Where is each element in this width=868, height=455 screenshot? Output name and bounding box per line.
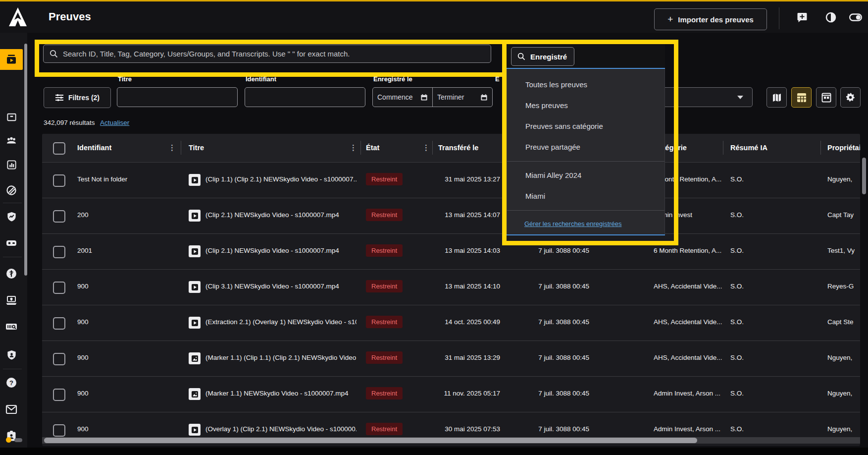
row-checkbox[interactable] <box>53 282 65 294</box>
titre-filter-input[interactable] <box>117 87 238 107</box>
feedback-icon[interactable] <box>796 11 809 23</box>
row-checkbox[interactable] <box>53 174 65 187</box>
cell-date-secondary: 7 juil. 3088 00:45 <box>515 425 589 433</box>
map-view-button[interactable] <box>766 87 787 108</box>
calendar-icon <box>480 94 488 101</box>
sidebar-item-analytics[interactable] <box>0 154 23 175</box>
evidence-table: Identifiant ⋮ Titre ⋮ État ⋮ Transféré l… <box>42 134 860 446</box>
cell-transfere-le: 13 mai 2025 14:07 <box>433 211 500 219</box>
select-all-checkbox[interactable] <box>53 142 65 155</box>
sidebar-item-messages[interactable] <box>0 399 23 420</box>
theme-toggle[interactable] <box>849 11 862 23</box>
card-view-button[interactable] <box>816 87 836 108</box>
identifiant-filter-input[interactable] <box>245 87 365 107</box>
saved-search-menu-item[interactable]: Preuve partagée <box>507 136 664 157</box>
video-thumbnail-icon[interactable] <box>189 317 201 329</box>
video-thumbnail-icon[interactable] <box>189 424 201 436</box>
table-view-button[interactable] <box>791 87 812 108</box>
filters-button[interactable]: Filtres (2) <box>44 87 111 108</box>
cell-titre[interactable]: (Clip 2.1) NEWSkydio Video - s1000007.mp… <box>205 247 357 254</box>
cell-titre[interactable]: (Overlay 1) (Clip 2.1) NEWSkydio Video -… <box>205 425 357 433</box>
row-checkbox[interactable] <box>53 317 65 330</box>
video-thumbnail-icon[interactable] <box>189 174 201 186</box>
cell-identifiant: Test Not in folder <box>77 175 127 183</box>
sidebar-item-admin[interactable] <box>0 449 23 455</box>
cell-resume-ia: S.O. <box>730 425 744 433</box>
sidebar-item-guardian[interactable] <box>0 344 23 365</box>
saved-search-menu-item[interactable]: Miami <box>507 185 664 206</box>
video-thumbnail-icon[interactable] <box>189 245 201 257</box>
header-titre[interactable]: Titre <box>189 144 204 152</box>
saved-search-button[interactable]: Enregistré <box>511 47 574 66</box>
sidebar-item-help[interactable]: ? <box>0 372 23 393</box>
saved-search-menu-item[interactable]: Preuves sans catégorie <box>507 115 664 136</box>
vertical-scrollbar-thumb[interactable] <box>862 158 866 194</box>
sidebar-item-users[interactable] <box>0 130 23 151</box>
row-checkbox[interactable] <box>53 210 65 223</box>
video-thumbnail-icon[interactable] <box>189 210 201 222</box>
results-count: 342,097 résultats <box>44 119 95 126</box>
horizontal-scrollbar-thumb[interactable] <box>44 438 697 443</box>
enregistre-le-filter-label: Enregistré le <box>373 75 412 83</box>
column-menu-icon[interactable]: ⋮ <box>422 143 430 152</box>
import-evidence-button[interactable]: + Importer des preuves <box>654 8 767 30</box>
image-thumbnail-icon[interactable] <box>189 388 201 400</box>
sidebar-item-evidence[interactable] <box>0 49 23 70</box>
axon-logo-icon[interactable] <box>8 6 28 28</box>
saved-search-menu-item[interactable]: Miami Alley 2024 <box>507 165 664 185</box>
sidebar-item-cases[interactable] <box>0 107 23 127</box>
video-thumbnail-icon[interactable] <box>189 281 201 293</box>
column-divider <box>432 141 433 155</box>
gear-icon <box>845 92 856 103</box>
cell-identifiant: 2001 <box>77 247 92 254</box>
cell-identifiant: 900 <box>77 318 89 326</box>
sidebar-item-performance[interactable] <box>0 206 23 227</box>
start-date-input[interactable]: Commence <box>373 88 433 107</box>
sidebar-item-personnel[interactable] <box>0 426 23 447</box>
sidebar-item-barcode-search[interactable] <box>0 316 23 337</box>
cell-proprietaire: Test1, Vy <box>827 247 860 254</box>
manage-saved-searches-link[interactable]: Gérer les recherches enregistrées <box>524 220 622 228</box>
cell-resume-ia: S.O. <box>730 175 744 183</box>
column-menu-icon[interactable]: ⋮ <box>168 143 176 152</box>
cell-categorie: AHS, Accidental Vide... <box>654 318 728 326</box>
cell-titre[interactable]: (Marker 1.1) (Clip 1.1) (Clip 2.1) NEWSk… <box>205 354 357 361</box>
row-checkbox[interactable] <box>53 389 65 401</box>
cell-titre[interactable]: (Extraction 2.1) (Overlay 1) NEWSkydio V… <box>205 318 357 326</box>
table-row: 2001(Clip 2.1) NEWSkydio Video - s100000… <box>42 233 860 269</box>
header-resume-ia[interactable]: Résumé IA <box>730 144 767 152</box>
column-menu-icon[interactable]: ⋮ <box>350 143 357 152</box>
row-checkbox[interactable] <box>53 246 65 258</box>
sidebar-item-signal[interactable] <box>0 263 23 284</box>
search-input[interactable]: Search ID, Title, Tag, Category, Users/G… <box>43 45 491 63</box>
settings-button[interactable] <box>840 87 861 108</box>
cell-titre[interactable]: (Clip 3.1) NEWSkydio Video - s1000007.mp… <box>205 283 357 290</box>
image-thumbnail-icon[interactable] <box>189 352 201 364</box>
contrast-icon[interactable] <box>824 11 837 23</box>
header-identifiant[interactable]: Identifiant <box>77 144 111 152</box>
saved-search-menu-item[interactable]: Mes preuves <box>507 95 664 115</box>
row-checkbox[interactable] <box>53 424 65 437</box>
cell-proprietaire: Nguyen, <box>827 175 860 183</box>
refresh-link[interactable]: Actualiser <box>100 119 129 126</box>
cell-identifiant: 200 <box>77 211 89 219</box>
chevron-down-icon <box>737 96 743 99</box>
header-transfere-le[interactable]: Transféré le <box>438 144 478 152</box>
header-proprietaire[interactable]: Propriétaire <box>827 144 860 152</box>
cell-titre[interactable]: (Clip 2.1) NEWSkydio Video - s1000007.mp… <box>205 211 357 219</box>
dropdown-accent-line <box>507 234 665 235</box>
cell-titre[interactable]: (Clip 1.1) (Clip 2.1) NEWSkydio Video - … <box>205 175 357 183</box>
end-date-input[interactable]: Terminer <box>433 88 492 107</box>
header-etat[interactable]: État <box>366 144 379 152</box>
status-badge: Restreint <box>366 209 403 221</box>
column-divider <box>820 141 821 155</box>
sidebar-page-dots[interactable] <box>6 437 22 443</box>
sidebar-item-laptop-location[interactable] <box>0 290 23 311</box>
sidebar-item-redaction[interactable] <box>0 180 23 201</box>
card-view-icon <box>821 93 831 103</box>
saved-search-menu-item[interactable]: Toutes les preuves <box>507 74 664 95</box>
row-checkbox[interactable] <box>53 353 65 365</box>
sidebar-item-body-camera[interactable] <box>0 233 23 254</box>
cell-titre[interactable]: (Marker 1.1) NEWSkydio Video - s1000007.… <box>205 390 357 397</box>
calendar-icon <box>420 94 428 101</box>
